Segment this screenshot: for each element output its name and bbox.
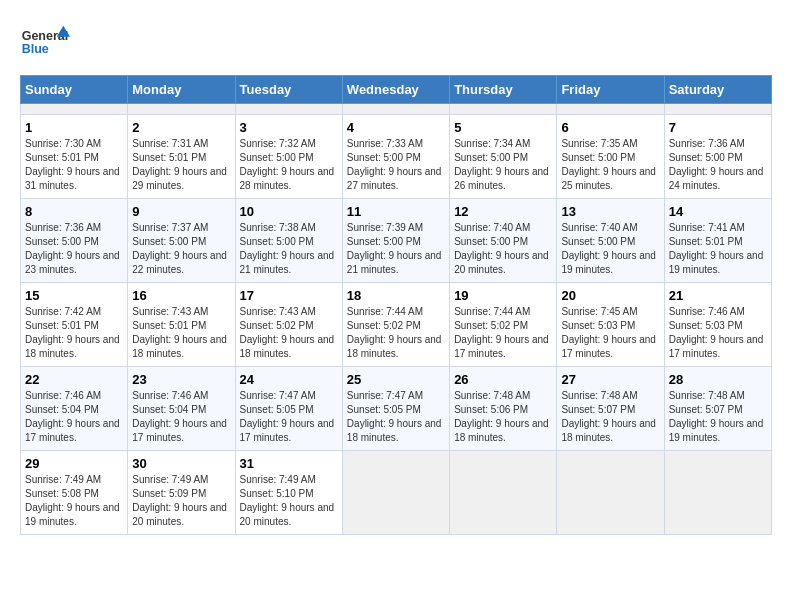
header-sunday: Sunday xyxy=(21,76,128,104)
day-info: Sunrise: 7:37 AMSunset: 5:00 PMDaylight:… xyxy=(132,222,227,275)
day-number: 20 xyxy=(561,288,659,303)
day-number: 12 xyxy=(454,204,552,219)
header: General Blue xyxy=(20,20,772,65)
calendar-week-row: 15 Sunrise: 7:42 AMSunset: 5:01 PMDaylig… xyxy=(21,283,772,367)
day-number: 17 xyxy=(240,288,338,303)
calendar-cell: 22 Sunrise: 7:46 AMSunset: 5:04 PMDaylig… xyxy=(21,367,128,451)
day-number: 19 xyxy=(454,288,552,303)
day-number: 7 xyxy=(669,120,767,135)
calendar-cell: 9 Sunrise: 7:37 AMSunset: 5:00 PMDayligh… xyxy=(128,199,235,283)
calendar-cell xyxy=(664,451,771,535)
calendar-cell: 5 Sunrise: 7:34 AMSunset: 5:00 PMDayligh… xyxy=(450,115,557,199)
calendar-cell xyxy=(557,104,664,115)
calendar-cell: 20 Sunrise: 7:45 AMSunset: 5:03 PMDaylig… xyxy=(557,283,664,367)
day-info: Sunrise: 7:49 AMSunset: 5:08 PMDaylight:… xyxy=(25,474,120,527)
day-info: Sunrise: 7:46 AMSunset: 5:03 PMDaylight:… xyxy=(669,306,764,359)
day-info: Sunrise: 7:39 AMSunset: 5:00 PMDaylight:… xyxy=(347,222,442,275)
day-number: 22 xyxy=(25,372,123,387)
day-info: Sunrise: 7:40 AMSunset: 5:00 PMDaylight:… xyxy=(561,222,656,275)
day-number: 24 xyxy=(240,372,338,387)
day-number: 10 xyxy=(240,204,338,219)
calendar-cell: 19 Sunrise: 7:44 AMSunset: 5:02 PMDaylig… xyxy=(450,283,557,367)
day-number: 4 xyxy=(347,120,445,135)
calendar-cell: 27 Sunrise: 7:48 AMSunset: 5:07 PMDaylig… xyxy=(557,367,664,451)
header-monday: Monday xyxy=(128,76,235,104)
day-info: Sunrise: 7:33 AMSunset: 5:00 PMDaylight:… xyxy=(347,138,442,191)
day-info: Sunrise: 7:43 AMSunset: 5:02 PMDaylight:… xyxy=(240,306,335,359)
day-number: 5 xyxy=(454,120,552,135)
day-info: Sunrise: 7:38 AMSunset: 5:00 PMDaylight:… xyxy=(240,222,335,275)
svg-text:Blue: Blue xyxy=(22,42,49,56)
header-thursday: Thursday xyxy=(450,76,557,104)
day-number: 18 xyxy=(347,288,445,303)
calendar-week-row: 8 Sunrise: 7:36 AMSunset: 5:00 PMDayligh… xyxy=(21,199,772,283)
calendar-cell: 4 Sunrise: 7:33 AMSunset: 5:00 PMDayligh… xyxy=(342,115,449,199)
calendar-cell: 15 Sunrise: 7:42 AMSunset: 5:01 PMDaylig… xyxy=(21,283,128,367)
calendar-cell: 21 Sunrise: 7:46 AMSunset: 5:03 PMDaylig… xyxy=(664,283,771,367)
calendar-cell: 12 Sunrise: 7:40 AMSunset: 5:00 PMDaylig… xyxy=(450,199,557,283)
calendar-cell: 6 Sunrise: 7:35 AMSunset: 5:00 PMDayligh… xyxy=(557,115,664,199)
calendar-cell: 23 Sunrise: 7:46 AMSunset: 5:04 PMDaylig… xyxy=(128,367,235,451)
day-number: 25 xyxy=(347,372,445,387)
day-number: 9 xyxy=(132,204,230,219)
calendar-week-row: 22 Sunrise: 7:46 AMSunset: 5:04 PMDaylig… xyxy=(21,367,772,451)
header-wednesday: Wednesday xyxy=(342,76,449,104)
day-info: Sunrise: 7:47 AMSunset: 5:05 PMDaylight:… xyxy=(240,390,335,443)
day-info: Sunrise: 7:48 AMSunset: 5:06 PMDaylight:… xyxy=(454,390,549,443)
day-number: 21 xyxy=(669,288,767,303)
header-tuesday: Tuesday xyxy=(235,76,342,104)
calendar-table: SundayMondayTuesdayWednesdayThursdayFrid… xyxy=(20,75,772,535)
calendar-cell: 7 Sunrise: 7:36 AMSunset: 5:00 PMDayligh… xyxy=(664,115,771,199)
day-number: 16 xyxy=(132,288,230,303)
calendar-cell xyxy=(235,104,342,115)
day-info: Sunrise: 7:47 AMSunset: 5:05 PMDaylight:… xyxy=(347,390,442,443)
day-number: 14 xyxy=(669,204,767,219)
day-number: 29 xyxy=(25,456,123,471)
calendar-week-row: 1 Sunrise: 7:30 AMSunset: 5:01 PMDayligh… xyxy=(21,115,772,199)
calendar-cell: 16 Sunrise: 7:43 AMSunset: 5:01 PMDaylig… xyxy=(128,283,235,367)
day-info: Sunrise: 7:45 AMSunset: 5:03 PMDaylight:… xyxy=(561,306,656,359)
calendar-cell: 10 Sunrise: 7:38 AMSunset: 5:00 PMDaylig… xyxy=(235,199,342,283)
calendar-cell: 17 Sunrise: 7:43 AMSunset: 5:02 PMDaylig… xyxy=(235,283,342,367)
day-number: 27 xyxy=(561,372,659,387)
calendar-week-row xyxy=(21,104,772,115)
day-info: Sunrise: 7:46 AMSunset: 5:04 PMDaylight:… xyxy=(132,390,227,443)
calendar-cell xyxy=(128,104,235,115)
day-number: 30 xyxy=(132,456,230,471)
calendar-cell xyxy=(664,104,771,115)
day-info: Sunrise: 7:40 AMSunset: 5:00 PMDaylight:… xyxy=(454,222,549,275)
day-info: Sunrise: 7:30 AMSunset: 5:01 PMDaylight:… xyxy=(25,138,120,191)
calendar-header-row: SundayMondayTuesdayWednesdayThursdayFrid… xyxy=(21,76,772,104)
calendar-cell: 18 Sunrise: 7:44 AMSunset: 5:02 PMDaylig… xyxy=(342,283,449,367)
calendar-cell: 1 Sunrise: 7:30 AMSunset: 5:01 PMDayligh… xyxy=(21,115,128,199)
day-number: 13 xyxy=(561,204,659,219)
calendar-cell: 31 Sunrise: 7:49 AMSunset: 5:10 PMDaylig… xyxy=(235,451,342,535)
calendar-cell xyxy=(342,104,449,115)
calendar-week-row: 29 Sunrise: 7:49 AMSunset: 5:08 PMDaylig… xyxy=(21,451,772,535)
header-saturday: Saturday xyxy=(664,76,771,104)
day-number: 26 xyxy=(454,372,552,387)
calendar-cell xyxy=(342,451,449,535)
day-info: Sunrise: 7:44 AMSunset: 5:02 PMDaylight:… xyxy=(347,306,442,359)
day-number: 3 xyxy=(240,120,338,135)
day-info: Sunrise: 7:43 AMSunset: 5:01 PMDaylight:… xyxy=(132,306,227,359)
day-number: 28 xyxy=(669,372,767,387)
day-number: 1 xyxy=(25,120,123,135)
day-info: Sunrise: 7:36 AMSunset: 5:00 PMDaylight:… xyxy=(669,138,764,191)
calendar-cell xyxy=(450,451,557,535)
day-info: Sunrise: 7:31 AMSunset: 5:01 PMDaylight:… xyxy=(132,138,227,191)
calendar-cell: 29 Sunrise: 7:49 AMSunset: 5:08 PMDaylig… xyxy=(21,451,128,535)
calendar-cell: 26 Sunrise: 7:48 AMSunset: 5:06 PMDaylig… xyxy=(450,367,557,451)
calendar-cell: 25 Sunrise: 7:47 AMSunset: 5:05 PMDaylig… xyxy=(342,367,449,451)
day-number: 23 xyxy=(132,372,230,387)
day-number: 15 xyxy=(25,288,123,303)
calendar-cell: 28 Sunrise: 7:48 AMSunset: 5:07 PMDaylig… xyxy=(664,367,771,451)
calendar-cell: 8 Sunrise: 7:36 AMSunset: 5:00 PMDayligh… xyxy=(21,199,128,283)
calendar-cell: 2 Sunrise: 7:31 AMSunset: 5:01 PMDayligh… xyxy=(128,115,235,199)
header-friday: Friday xyxy=(557,76,664,104)
calendar-cell: 13 Sunrise: 7:40 AMSunset: 5:00 PMDaylig… xyxy=(557,199,664,283)
calendar-cell: 11 Sunrise: 7:39 AMSunset: 5:00 PMDaylig… xyxy=(342,199,449,283)
calendar-cell xyxy=(21,104,128,115)
day-info: Sunrise: 7:48 AMSunset: 5:07 PMDaylight:… xyxy=(669,390,764,443)
day-info: Sunrise: 7:42 AMSunset: 5:01 PMDaylight:… xyxy=(25,306,120,359)
